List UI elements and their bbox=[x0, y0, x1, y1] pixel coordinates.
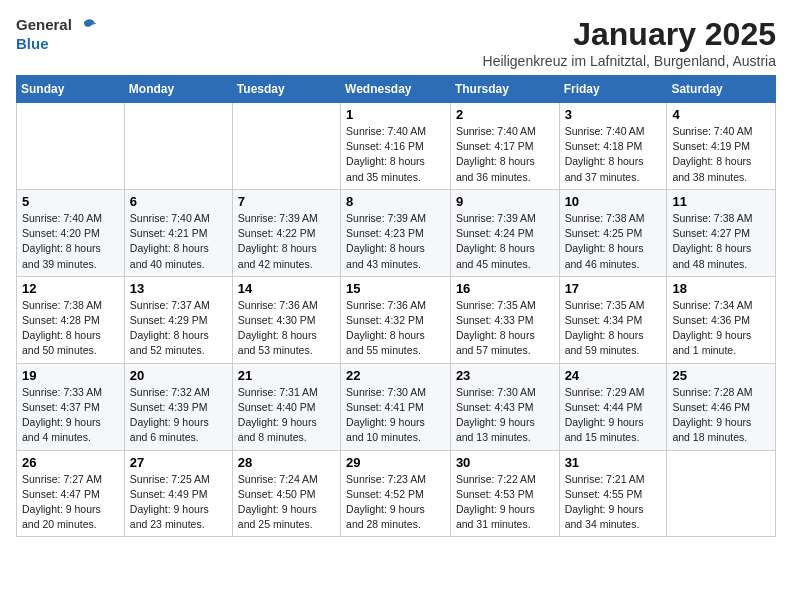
day-info: Sunrise: 7:40 AM Sunset: 4:18 PM Dayligh… bbox=[565, 124, 662, 185]
calendar-cell: 2Sunrise: 7:40 AM Sunset: 4:17 PM Daylig… bbox=[450, 103, 559, 190]
calendar-cell: 9Sunrise: 7:39 AM Sunset: 4:24 PM Daylig… bbox=[450, 189, 559, 276]
logo: General Blue bbox=[16, 16, 98, 53]
calendar-cell: 24Sunrise: 7:29 AM Sunset: 4:44 PM Dayli… bbox=[559, 363, 667, 450]
calendar-cell: 11Sunrise: 7:38 AM Sunset: 4:27 PM Dayli… bbox=[667, 189, 776, 276]
calendar-cell: 17Sunrise: 7:35 AM Sunset: 4:34 PM Dayli… bbox=[559, 276, 667, 363]
day-info: Sunrise: 7:24 AM Sunset: 4:50 PM Dayligh… bbox=[238, 472, 335, 533]
calendar-cell: 23Sunrise: 7:30 AM Sunset: 4:43 PM Dayli… bbox=[450, 363, 559, 450]
day-info: Sunrise: 7:39 AM Sunset: 4:24 PM Dayligh… bbox=[456, 211, 554, 272]
calendar-table: SundayMondayTuesdayWednesdayThursdayFrid… bbox=[16, 75, 776, 537]
day-number: 15 bbox=[346, 281, 445, 296]
calendar-cell bbox=[124, 103, 232, 190]
day-info: Sunrise: 7:30 AM Sunset: 4:43 PM Dayligh… bbox=[456, 385, 554, 446]
day-number: 20 bbox=[130, 368, 227, 383]
calendar-cell: 3Sunrise: 7:40 AM Sunset: 4:18 PM Daylig… bbox=[559, 103, 667, 190]
logo-bird-icon bbox=[78, 16, 98, 36]
day-number: 24 bbox=[565, 368, 662, 383]
day-number: 27 bbox=[130, 455, 227, 470]
calendar-cell: 18Sunrise: 7:34 AM Sunset: 4:36 PM Dayli… bbox=[667, 276, 776, 363]
calendar-cell: 8Sunrise: 7:39 AM Sunset: 4:23 PM Daylig… bbox=[341, 189, 451, 276]
day-number: 5 bbox=[22, 194, 119, 209]
day-info: Sunrise: 7:40 AM Sunset: 4:20 PM Dayligh… bbox=[22, 211, 119, 272]
day-number: 10 bbox=[565, 194, 662, 209]
calendar-cell: 19Sunrise: 7:33 AM Sunset: 4:37 PM Dayli… bbox=[17, 363, 125, 450]
day-number: 7 bbox=[238, 194, 335, 209]
header-row: SundayMondayTuesdayWednesdayThursdayFrid… bbox=[17, 76, 776, 103]
day-info: Sunrise: 7:31 AM Sunset: 4:40 PM Dayligh… bbox=[238, 385, 335, 446]
header-sunday: Sunday bbox=[17, 76, 125, 103]
day-number: 30 bbox=[456, 455, 554, 470]
day-number: 22 bbox=[346, 368, 445, 383]
day-number: 28 bbox=[238, 455, 335, 470]
day-number: 23 bbox=[456, 368, 554, 383]
day-number: 17 bbox=[565, 281, 662, 296]
day-info: Sunrise: 7:40 AM Sunset: 4:16 PM Dayligh… bbox=[346, 124, 445, 185]
day-info: Sunrise: 7:40 AM Sunset: 4:17 PM Dayligh… bbox=[456, 124, 554, 185]
week-row-5: 26Sunrise: 7:27 AM Sunset: 4:47 PM Dayli… bbox=[17, 450, 776, 537]
calendar-cell: 4Sunrise: 7:40 AM Sunset: 4:19 PM Daylig… bbox=[667, 103, 776, 190]
calendar-cell: 5Sunrise: 7:40 AM Sunset: 4:20 PM Daylig… bbox=[17, 189, 125, 276]
calendar-cell: 22Sunrise: 7:30 AM Sunset: 4:41 PM Dayli… bbox=[341, 363, 451, 450]
calendar-cell: 7Sunrise: 7:39 AM Sunset: 4:22 PM Daylig… bbox=[232, 189, 340, 276]
day-number: 25 bbox=[672, 368, 770, 383]
header-thursday: Thursday bbox=[450, 76, 559, 103]
header-saturday: Saturday bbox=[667, 76, 776, 103]
day-number: 8 bbox=[346, 194, 445, 209]
day-info: Sunrise: 7:29 AM Sunset: 4:44 PM Dayligh… bbox=[565, 385, 662, 446]
day-info: Sunrise: 7:38 AM Sunset: 4:25 PM Dayligh… bbox=[565, 211, 662, 272]
day-info: Sunrise: 7:36 AM Sunset: 4:32 PM Dayligh… bbox=[346, 298, 445, 359]
calendar-cell: 12Sunrise: 7:38 AM Sunset: 4:28 PM Dayli… bbox=[17, 276, 125, 363]
day-info: Sunrise: 7:39 AM Sunset: 4:23 PM Dayligh… bbox=[346, 211, 445, 272]
day-number: 11 bbox=[672, 194, 770, 209]
day-info: Sunrise: 7:34 AM Sunset: 4:36 PM Dayligh… bbox=[672, 298, 770, 359]
day-info: Sunrise: 7:30 AM Sunset: 4:41 PM Dayligh… bbox=[346, 385, 445, 446]
calendar-cell: 31Sunrise: 7:21 AM Sunset: 4:55 PM Dayli… bbox=[559, 450, 667, 537]
calendar-cell: 27Sunrise: 7:25 AM Sunset: 4:49 PM Dayli… bbox=[124, 450, 232, 537]
header-wednesday: Wednesday bbox=[341, 76, 451, 103]
header-friday: Friday bbox=[559, 76, 667, 103]
day-info: Sunrise: 7:35 AM Sunset: 4:33 PM Dayligh… bbox=[456, 298, 554, 359]
day-info: Sunrise: 7:38 AM Sunset: 4:27 PM Dayligh… bbox=[672, 211, 770, 272]
day-number: 14 bbox=[238, 281, 335, 296]
week-row-2: 5Sunrise: 7:40 AM Sunset: 4:20 PM Daylig… bbox=[17, 189, 776, 276]
calendar-cell: 28Sunrise: 7:24 AM Sunset: 4:50 PM Dayli… bbox=[232, 450, 340, 537]
day-number: 31 bbox=[565, 455, 662, 470]
calendar-cell: 26Sunrise: 7:27 AM Sunset: 4:47 PM Dayli… bbox=[17, 450, 125, 537]
day-info: Sunrise: 7:36 AM Sunset: 4:30 PM Dayligh… bbox=[238, 298, 335, 359]
day-info: Sunrise: 7:25 AM Sunset: 4:49 PM Dayligh… bbox=[130, 472, 227, 533]
calendar-cell: 30Sunrise: 7:22 AM Sunset: 4:53 PM Dayli… bbox=[450, 450, 559, 537]
day-info: Sunrise: 7:39 AM Sunset: 4:22 PM Dayligh… bbox=[238, 211, 335, 272]
calendar-cell bbox=[17, 103, 125, 190]
week-row-4: 19Sunrise: 7:33 AM Sunset: 4:37 PM Dayli… bbox=[17, 363, 776, 450]
calendar-cell: 15Sunrise: 7:36 AM Sunset: 4:32 PM Dayli… bbox=[341, 276, 451, 363]
day-info: Sunrise: 7:27 AM Sunset: 4:47 PM Dayligh… bbox=[22, 472, 119, 533]
header-monday: Monday bbox=[124, 76, 232, 103]
calendar-cell: 16Sunrise: 7:35 AM Sunset: 4:33 PM Dayli… bbox=[450, 276, 559, 363]
calendar-cell: 29Sunrise: 7:23 AM Sunset: 4:52 PM Dayli… bbox=[341, 450, 451, 537]
calendar-cell: 25Sunrise: 7:28 AM Sunset: 4:46 PM Dayli… bbox=[667, 363, 776, 450]
calendar-cell bbox=[232, 103, 340, 190]
calendar-cell: 20Sunrise: 7:32 AM Sunset: 4:39 PM Dayli… bbox=[124, 363, 232, 450]
day-info: Sunrise: 7:21 AM Sunset: 4:55 PM Dayligh… bbox=[565, 472, 662, 533]
calendar-cell: 10Sunrise: 7:38 AM Sunset: 4:25 PM Dayli… bbox=[559, 189, 667, 276]
week-row-1: 1Sunrise: 7:40 AM Sunset: 4:16 PM Daylig… bbox=[17, 103, 776, 190]
day-info: Sunrise: 7:37 AM Sunset: 4:29 PM Dayligh… bbox=[130, 298, 227, 359]
calendar-cell bbox=[667, 450, 776, 537]
day-number: 26 bbox=[22, 455, 119, 470]
day-number: 13 bbox=[130, 281, 227, 296]
main-title: January 2025 bbox=[483, 16, 776, 53]
header-tuesday: Tuesday bbox=[232, 76, 340, 103]
logo-general: General bbox=[16, 16, 98, 36]
logo-blue: Blue bbox=[16, 36, 98, 53]
week-row-3: 12Sunrise: 7:38 AM Sunset: 4:28 PM Dayli… bbox=[17, 276, 776, 363]
title-section: January 2025 Heiligenkreuz im Lafnitztal… bbox=[483, 16, 776, 69]
day-info: Sunrise: 7:33 AM Sunset: 4:37 PM Dayligh… bbox=[22, 385, 119, 446]
day-info: Sunrise: 7:40 AM Sunset: 4:19 PM Dayligh… bbox=[672, 124, 770, 185]
day-number: 3 bbox=[565, 107, 662, 122]
day-info: Sunrise: 7:40 AM Sunset: 4:21 PM Dayligh… bbox=[130, 211, 227, 272]
calendar-cell: 13Sunrise: 7:37 AM Sunset: 4:29 PM Dayli… bbox=[124, 276, 232, 363]
calendar-cell: 14Sunrise: 7:36 AM Sunset: 4:30 PM Dayli… bbox=[232, 276, 340, 363]
day-number: 29 bbox=[346, 455, 445, 470]
day-info: Sunrise: 7:35 AM Sunset: 4:34 PM Dayligh… bbox=[565, 298, 662, 359]
day-info: Sunrise: 7:38 AM Sunset: 4:28 PM Dayligh… bbox=[22, 298, 119, 359]
